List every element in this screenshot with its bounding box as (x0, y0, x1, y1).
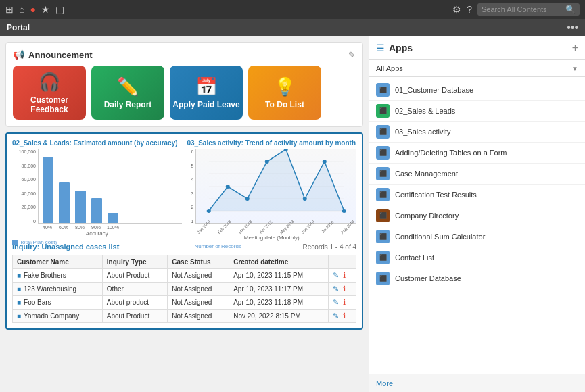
apps-list: ⬛ 01_Customer Database ⬛ 02_Sales & Lead… (369, 77, 585, 374)
apps-panel: ☰ Apps + All Apps ▼ ⬛ 01_Customer Databa… (369, 36, 585, 392)
home-icon[interactable]: ⌂ (19, 4, 24, 15)
sub-navigation-bar: Portal ••• (0, 19, 585, 36)
app-item-adding-deleting[interactable]: ⬛ Adding/Deleting Tables on a Form (369, 143, 585, 164)
announcement-header: 📢 Announcement ✎ (13, 49, 356, 60)
y-label-4: 40,000 (12, 191, 36, 196)
app-item-label-company-directory: Company Directory (395, 212, 459, 220)
app-item-contact-list[interactable]: ⬛ Contact List (369, 247, 585, 268)
app-item-icon-case-management: ⬛ (376, 167, 390, 180)
app-item-label-01-customer-database: 01_Customer Database (395, 86, 473, 94)
cell-created-datetime: Apr 10, 2023 11:18 PM (229, 296, 328, 310)
line-y-3: 3 (187, 191, 194, 196)
bar-80 (75, 191, 86, 223)
portal-label[interactable]: Portal (7, 23, 30, 32)
edit-action-button[interactable]: ✎ (333, 298, 339, 306)
app-tiles-row: 🎧 CustomerFeedback ✏️ Daily Report 📅 App… (13, 66, 356, 120)
svg-point-6 (206, 209, 210, 213)
app-item-company-directory[interactable]: ⬛ Company Directory (369, 205, 585, 226)
app-item-03-sales-activity[interactable]: ⬛ 03_Sales activity (369, 122, 585, 143)
delete-action-button[interactable]: ℹ (343, 298, 346, 306)
y-label-3: 60,000 (12, 177, 36, 182)
svg-point-12 (322, 160, 326, 164)
apply-paid-leave-tile[interactable]: 📅 Apply Paid Leave (170, 66, 243, 120)
col-created-datetime: Created datetime (229, 255, 328, 269)
line-chart-title: 03_Sales activity: Trend of activity amo… (187, 139, 357, 147)
announcement-edit-button[interactable]: ✎ (348, 50, 356, 60)
app-item-conditional-sum[interactable]: ⬛ Conditional Sum Calculator (369, 226, 585, 247)
customer-feedback-label: CustomerFeedback (30, 95, 68, 114)
cell-actions: ✎ ℹ (328, 296, 356, 310)
apps-title: Apps (389, 43, 413, 53)
svg-point-11 (302, 197, 306, 201)
app-item-case-management[interactable]: ⬛ Case Management (369, 164, 585, 185)
line-chart-legend: — Number of Records (187, 243, 357, 249)
app-item-02-sales-leads[interactable]: ⬛ 02_Sales & Leads (369, 101, 585, 122)
cell-actions: ✎ ℹ (328, 310, 356, 323)
search-input[interactable] (482, 5, 563, 14)
announcement-icon: 📢 (13, 49, 24, 60)
row-icon: ■ (17, 272, 21, 279)
bar-chart: 100,000 80,000 60,000 40,000 20,000 0 (12, 149, 182, 237)
app-item-icon-company-directory: ⬛ (376, 209, 390, 222)
bar-90 (91, 198, 102, 223)
customer-feedback-tile[interactable]: 🎧 CustomerFeedback (13, 66, 86, 120)
svg-point-8 (245, 197, 249, 201)
bar-chart-section: 02_Sales & Leads: Estimated amount (by a… (12, 139, 182, 237)
cell-inquiry-type: Other (102, 283, 167, 296)
col-actions (328, 255, 356, 269)
daily-report-icon: ✏️ (117, 76, 139, 97)
cell-inquiry-type: About product (102, 296, 167, 310)
line-chart-section: 03_Sales activity: Trend of activity amo… (187, 139, 357, 237)
help-icon[interactable]: ? (467, 4, 472, 15)
col-case-status: Case Status (168, 255, 229, 269)
bar-60 (59, 182, 70, 223)
y-label-5: 20,000 (12, 205, 36, 210)
svg-point-13 (342, 209, 346, 213)
table-header-row: Customer Name Inquiry Type Case Status C… (13, 255, 356, 269)
line-y-2: 2 (187, 205, 194, 210)
delete-action-button[interactable]: ℹ (343, 285, 346, 293)
line-x-axis-title: Meeting date (Monthly) (187, 235, 357, 241)
window-icon[interactable]: ▢ (55, 4, 64, 15)
to-do-list-label: To Do List (265, 100, 304, 109)
apps-icon[interactable]: ⊞ (5, 4, 14, 15)
x-label-80: 80% (74, 225, 85, 230)
app-item-label-customer-database-2: Customer Database (395, 274, 461, 283)
daily-report-tile[interactable]: ✏️ Daily Report (91, 66, 164, 120)
menu-dots[interactable]: ••• (567, 22, 578, 34)
cell-inquiry-type: About Product (102, 310, 167, 323)
apps-list-icon: ☰ (376, 43, 385, 53)
edit-action-button[interactable]: ✎ (333, 285, 339, 293)
search-box[interactable]: 🔍 (477, 3, 580, 16)
cell-actions: ✎ ℹ (328, 269, 356, 283)
to-do-list-tile[interactable]: 💡 To Do List (248, 66, 321, 120)
apps-header: ☰ Apps + (369, 36, 585, 60)
app-item-label-case-management: Case Management (395, 170, 458, 178)
cell-inquiry-type: About Product (102, 269, 167, 283)
edit-action-button[interactable]: ✎ (333, 271, 339, 279)
app-item-customer-database-2[interactable]: ⬛ Customer Database (369, 268, 585, 289)
y-label-1: 100,000 (12, 149, 36, 154)
settings-icon[interactable]: ⚙ (452, 4, 461, 15)
star-icon[interactable]: ★ (41, 4, 50, 15)
cell-created-datetime: Nov 20, 2022 8:15 PM (229, 310, 328, 323)
app-item-01-customer-database[interactable]: ⬛ 01_Customer Database (369, 80, 585, 101)
app-item-label-contact-list: Contact List (395, 253, 434, 262)
apps-more-link[interactable]: More (376, 379, 393, 387)
x-label-90: 90% (91, 225, 101, 230)
line-y-6: 6 (187, 149, 194, 154)
left-panel: 📢 Announcement ✎ 🎧 CustomerFeedback ✏️ D… (0, 36, 369, 392)
apps-filter-row[interactable]: All Apps ▼ (369, 60, 585, 77)
apps-add-button[interactable]: + (572, 42, 578, 54)
bar-chart-legend: Total(Plan cost) (12, 239, 182, 245)
cell-customer-name: ■Foo Bars (13, 296, 103, 310)
app-item-certification-test[interactable]: ⬛ Certification Test Results (369, 185, 585, 205)
app-item-icon-customer-database-2: ⬛ (376, 272, 390, 285)
row-icon: ■ (17, 285, 21, 293)
y-label-6: 0 (12, 219, 36, 224)
edit-action-button[interactable]: ✎ (333, 312, 339, 320)
notification-icon[interactable]: ● (30, 4, 35, 15)
delete-action-button[interactable]: ℹ (343, 271, 346, 279)
delete-action-button[interactable]: ℹ (343, 312, 346, 320)
cell-customer-name: ■123 Warehousing (13, 283, 103, 296)
